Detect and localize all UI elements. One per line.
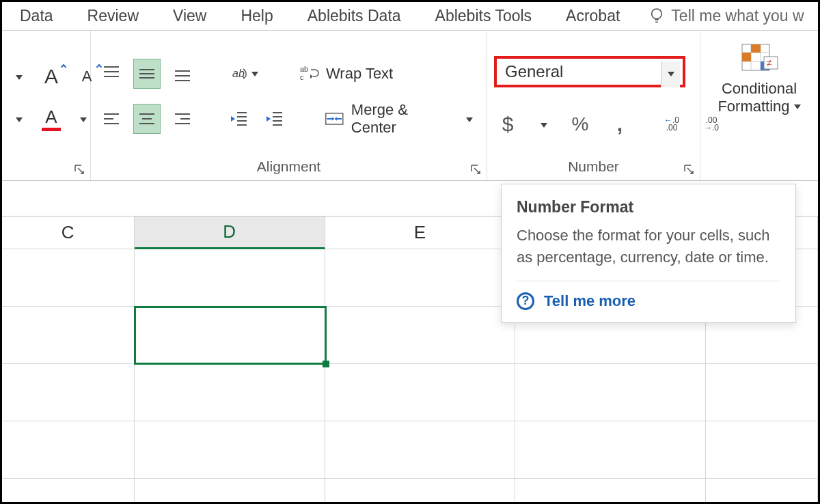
align-left-button[interactable] [98,104,125,134]
svg-text:≠: ≠ [767,57,772,68]
align-bottom-button[interactable] [169,59,196,89]
comma-style-button[interactable]: , [606,109,633,139]
col-header-C[interactable]: C [2,216,135,249]
col-header-E[interactable]: E [325,216,515,249]
wrap-text-label: Wrap Text [326,65,393,83]
ribbon: A A A [2,31,818,181]
number-group-label: Number [494,156,693,179]
selection-handle[interactable] [323,361,329,367]
increase-indent-button[interactable] [261,104,288,134]
svg-point-0 [652,9,662,19]
align-center-button[interactable] [133,104,161,134]
menu-tab-data[interactable]: Data [5,3,68,29]
font-color-label: A [45,107,57,128]
alignment-group-launcher[interactable] [470,164,481,175]
lightbulb-icon [649,7,664,26]
increase-decimal-button[interactable]: ←.0.00 [658,109,685,139]
conditional-formatting-button[interactable]: ≠ Conditional Formatting [713,39,804,156]
svg-rect-6 [751,44,761,53]
svg-text:ab: ab [232,68,245,79]
decrease-indent-button[interactable] [226,104,253,134]
merge-center-label: Merge & Center [351,101,452,137]
cell-D2[interactable]: 3.275 [135,307,325,364]
ribbon-group-font: A A A [2,31,91,180]
merge-caret[interactable] [459,113,480,125]
svg-text:ab: ab [300,65,308,73]
align-top-button[interactable] [98,59,125,89]
alignment-group-label: Alignment [98,156,480,179]
font-size-caret[interactable] [9,70,29,83]
accounting-format-caret[interactable] [534,118,554,130]
tell-me[interactable]: Tell me what you w [639,7,804,26]
conditional-formatting-icon: ≠ [738,42,780,76]
number-format-tooltip: Number Format Choose the format for your… [501,184,796,323]
tell-me-more-link[interactable]: ? Tell me more [517,292,780,310]
align-right-button[interactable] [169,104,196,134]
percent-style-button[interactable]: % [566,109,594,139]
menu-tab-review[interactable]: Review [72,3,154,29]
tell-me-text: Tell me what you w [671,7,804,25]
number-group-launcher[interactable] [683,164,694,175]
col-header-D[interactable]: D [135,216,325,249]
number-format-dropdown[interactable]: General [494,56,685,87]
grow-font-label: A [44,65,58,88]
help-icon: ? [517,292,534,310]
menu-tab-ablebits-tools[interactable]: Ablebits Tools [420,3,547,29]
align-middle-button[interactable] [133,59,161,89]
orientation-button[interactable]: ab [226,59,262,89]
menu-tab-view[interactable]: View [158,3,221,29]
font-group-launcher[interactable] [74,164,85,175]
merge-center-button[interactable]: Merge & Center [325,101,480,137]
font-color-button[interactable]: A [38,104,65,134]
svg-text:c: c [300,73,304,81]
cf-label-2: Formatting [718,98,789,115]
number-format-caret[interactable] [661,61,680,87]
svg-rect-7 [742,53,751,61]
tooltip-body: Choose the format for your cells, such a… [517,225,780,268]
ribbon-group-styles: ≠ Conditional Formatting [700,31,818,180]
tooltip-title: Number Format [517,198,780,216]
menu-tab-ablebits-data[interactable]: Ablebits Data [292,3,416,29]
ribbon-group-alignment: ab abc Wrap Text Merge & C [91,31,487,180]
number-format-value: General [505,62,563,81]
grow-font-button[interactable]: A [38,61,65,92]
menu-tab-help[interactable]: Help [226,3,288,29]
tell-me-more-label: Tell me more [544,292,636,310]
menu-bar: Data Review View Help Ablebits Data Able… [2,2,818,31]
cf-label-1: Conditional [722,80,797,98]
wrap-text-button[interactable]: abc Wrap Text [299,64,393,84]
font-face-caret[interactable] [9,113,29,125]
menu-tab-acrobat[interactable]: Acrobat [551,3,635,29]
ribbon-group-number: General $ % , ←.0.00 .00→.0 Number [487,31,700,180]
accounting-format-button[interactable]: $ [494,109,521,139]
